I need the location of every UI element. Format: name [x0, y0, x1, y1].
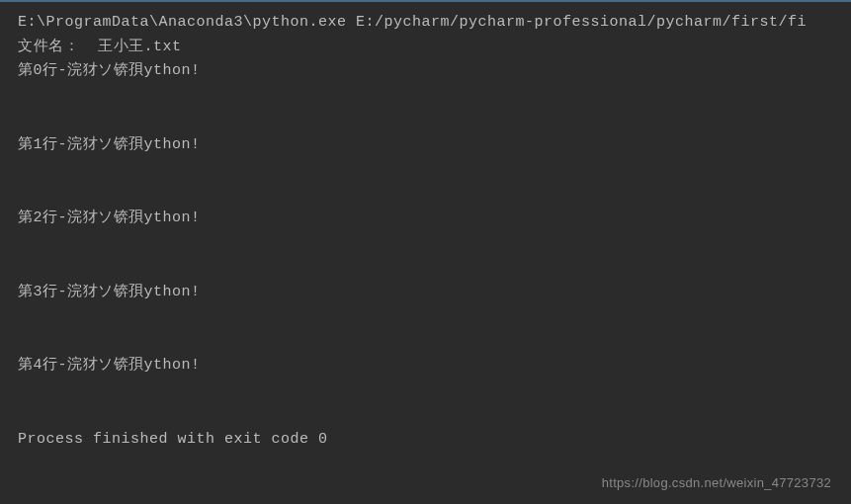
output-line-0: 第0行-浣犲ソ锛孭ython!	[18, 60, 833, 83]
watermark-text: https://blog.csdn.net/weixin_47723732	[602, 475, 831, 490]
console-output-panel: E:\ProgramData\Anaconda3\python.exe E:/p…	[0, 2, 851, 462]
output-line-3: 第3行-浣犲ソ锛孭ython!	[18, 282, 833, 304]
blank-line	[18, 85, 833, 134]
blank-line	[18, 379, 833, 429]
output-line-1: 第1行-浣犲ソ锛孭ython!	[18, 134, 833, 157]
command-line: E:\ProgramData\Anaconda3\python.exe E:/p…	[18, 12, 833, 35]
output-line-4: 第4行-浣犲ソ锛孭ython!	[18, 355, 833, 378]
blank-line	[18, 232, 833, 282]
exit-code-message: Process finished with exit code 0	[18, 429, 833, 452]
filename-output: 文件名： 王小王.txt	[18, 37, 833, 59]
blank-line	[18, 158, 833, 208]
blank-line	[18, 305, 833, 355]
output-line-2: 第2行-浣犲ソ锛孭ython!	[18, 208, 833, 230]
